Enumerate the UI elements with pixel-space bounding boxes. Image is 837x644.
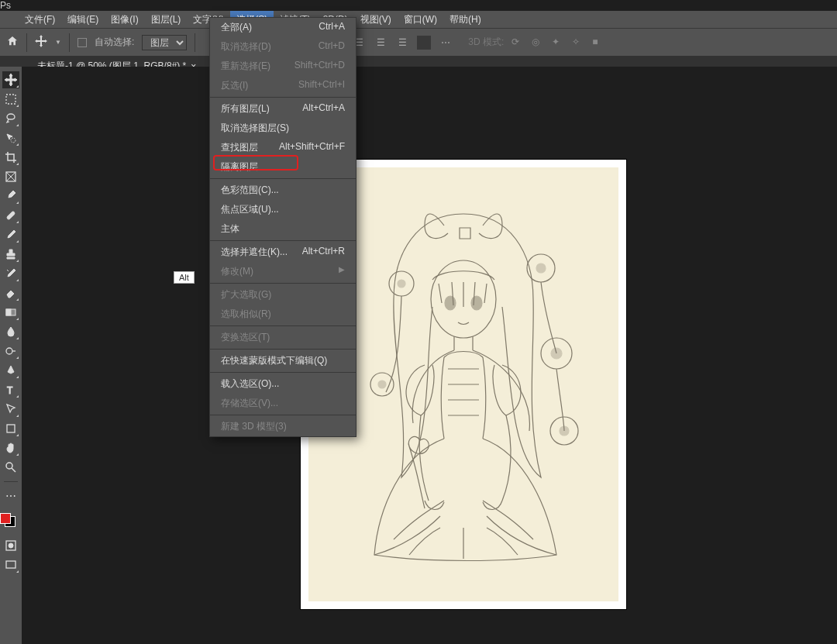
svg-point-1: [11, 138, 16, 143]
menu-item-label: 主体: [221, 222, 239, 236]
edit-toolbar-icon[interactable]: ⋯: [2, 487, 19, 505]
menu-item[interactable]: 色彩范围(C)...: [210, 181, 356, 200]
canvas-area[interactable]: [22, 67, 837, 644]
path-select-tool[interactable]: [2, 401, 19, 418]
menu-separator: [210, 283, 356, 284]
eraser-tool[interactable]: [2, 284, 19, 301]
chevron-down-icon[interactable]: ▼: [55, 39, 61, 46]
quickmask-tool[interactable]: [2, 537, 19, 554]
lasso-tool[interactable]: [2, 110, 19, 127]
dodge-tool[interactable]: [2, 343, 19, 360]
menu-view[interactable]: 视图(V): [354, 11, 398, 29]
quick-select-tool[interactable]: [2, 129, 19, 146]
type-tool[interactable]: T: [2, 381, 19, 398]
menu-item-label: 所有图层(L): [221, 102, 270, 115]
menu-item[interactable]: 查找图层Alt+Shift+Ctrl+F: [210, 138, 356, 157]
color-swatches[interactable]: [2, 510, 19, 527]
zoom-tool[interactable]: [2, 459, 19, 476]
select-menu-dropdown: 全部(A)Ctrl+A取消选择(D)Ctrl+D重新选择(E)Shift+Ctr…: [209, 17, 356, 437]
menu-item-label: 焦点区域(U)...: [221, 203, 279, 216]
menu-separator: [210, 325, 356, 326]
3d-icon[interactable]: ■: [592, 36, 604, 49]
svg-point-15: [445, 296, 456, 310]
menu-help[interactable]: 帮助(H): [443, 11, 487, 29]
home-icon[interactable]: [6, 35, 19, 50]
svg-rect-8: [7, 425, 15, 432]
3d-icon[interactable]: ⟳: [512, 36, 524, 49]
marquee-tool[interactable]: [2, 91, 19, 108]
menu-separator: [210, 97, 356, 98]
menu-item[interactable]: 主体: [210, 219, 356, 239]
menu-item: 存储选区(V)...: [210, 394, 356, 413]
shape-tool[interactable]: [2, 420, 19, 437]
menubar: 文件(F) 编辑(E) 图像(I) 图层(L) 文字(Y) 选择(S) 滤镜(T…: [0, 11, 837, 28]
menu-item: 扩大选取(G): [210, 285, 356, 305]
menu-item[interactable]: 选择并遮住(K)...Alt+Ctrl+R: [210, 243, 356, 262]
stamp-tool[interactable]: [2, 246, 19, 263]
gradient-tool[interactable]: [2, 304, 19, 321]
crop-tool[interactable]: [2, 149, 19, 166]
svg-point-20: [536, 263, 546, 273]
history-brush-tool[interactable]: [2, 265, 19, 282]
screenmode-tool[interactable]: [2, 556, 19, 573]
menu-shortcut: Alt+Shift+Ctrl+F: [279, 141, 345, 154]
svg-rect-0: [6, 95, 16, 104]
pen-tool[interactable]: [2, 362, 19, 379]
menu-file[interactable]: 文件(F): [19, 11, 61, 29]
frame-tool[interactable]: [2, 168, 19, 185]
menu-shortcut: Ctrl+D: [319, 40, 345, 53]
separator: [4, 481, 18, 482]
menu-item[interactable]: 所有图层(L)Alt+Ctrl+A: [210, 99, 356, 119]
menu-item[interactable]: 载入选区(O)...: [210, 374, 356, 394]
menu-separator: [210, 240, 356, 241]
menu-item-label: 反选(I): [221, 79, 248, 92]
menu-edit[interactable]: 编辑(E): [61, 11, 105, 29]
menu-item: 新建 3D 模型(3): [210, 417, 356, 436]
more-icon[interactable]: ⋯: [439, 36, 453, 50]
menu-item[interactable]: 隔离图层: [210, 157, 356, 177]
menu-item-label: 变换选区(T): [221, 331, 270, 344]
workspace: T ⋯: [0, 67, 837, 644]
foreground-swatch[interactable]: [0, 513, 11, 524]
menu-image[interactable]: 图像(I): [105, 11, 144, 29]
menu-item[interactable]: 在快速蒙版模式下编辑(Q): [210, 351, 356, 370]
menu-item-label: 隔离图层: [221, 160, 258, 174]
divider: [69, 33, 70, 52]
eyedropper-tool[interactable]: [2, 188, 19, 205]
auto-select-checkbox[interactable]: [78, 38, 87, 47]
menu-item[interactable]: 焦点区域(U)...: [210, 200, 356, 219]
menu-layer[interactable]: 图层(L): [145, 11, 188, 29]
heal-tool[interactable]: [2, 207, 19, 224]
ps-logo-icon: Ps: [0, 0, 837, 11]
move-tool-icon: [35, 35, 47, 50]
menu-window[interactable]: 窗口(W): [398, 11, 443, 29]
svg-point-6: [6, 348, 12, 354]
menu-shortcut: Ctrl+A: [319, 21, 345, 34]
menu-separator: [210, 349, 356, 350]
svg-point-18: [398, 280, 405, 288]
blur-tool[interactable]: [2, 323, 19, 340]
options-bar: ▼ 自动选择: 图层 ▦ ⫿ ⫿ ⫿ ☰ ☰ ☰ ☰ ⋯ 3D 模式: ⟳ ◎ …: [0, 28, 837, 56]
dist-icon[interactable]: ☰: [395, 36, 409, 50]
3d-icon[interactable]: ✦: [552, 36, 564, 49]
layer-dropdown[interactable]: 图层: [142, 35, 187, 50]
menu-item: 反选(I)Shift+Ctrl+I: [210, 76, 356, 95]
menu-separator: [210, 178, 356, 179]
move-tool[interactable]: [2, 71, 19, 88]
menu-item-label: 取消选择(D): [221, 40, 271, 53]
menu-item-label: 扩大选取(G): [221, 288, 271, 301]
menu-shortcut: Alt+Ctrl+A: [302, 102, 345, 115]
menu-shortcut: Alt+Ctrl+R: [302, 246, 345, 259]
3d-icon[interactable]: ✧: [572, 36, 584, 49]
brush-tool[interactable]: [2, 226, 19, 243]
3d-icon[interactable]: ◎: [532, 36, 544, 49]
menu-item[interactable]: 全部(A)Ctrl+A: [210, 18, 356, 37]
menu-item[interactable]: 取消选择图层(S): [210, 119, 356, 138]
submenu-arrow-icon: ▶: [339, 265, 345, 278]
menu-item-label: 载入选区(O)...: [221, 377, 279, 391]
menu-item-label: 查找图层: [221, 141, 258, 154]
svg-rect-12: [6, 561, 16, 568]
hand-tool[interactable]: [2, 439, 19, 456]
dist-icon[interactable]: ☰: [374, 36, 388, 50]
menu-item-label: 修改(M): [221, 265, 253, 278]
